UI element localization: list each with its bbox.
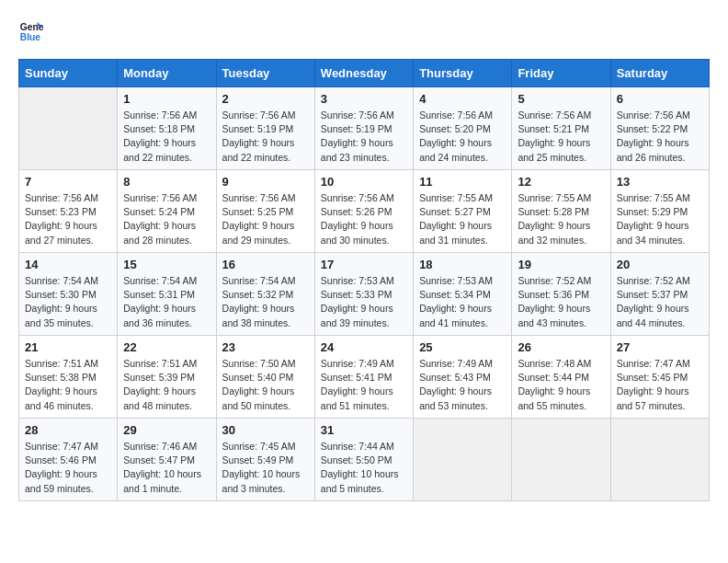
weekday-header-row: SundayMondayTuesdayWednesdayThursdayFrid…: [19, 60, 710, 87]
day-info: Sunrise: 7:52 AMSunset: 5:36 PMDaylight:…: [518, 274, 604, 330]
day-number: 31: [321, 423, 407, 437]
weekday-header-wednesday: Wednesday: [314, 60, 413, 87]
day-number: 21: [25, 340, 111, 354]
calendar-cell: 31Sunrise: 7:44 AMSunset: 5:50 PMDayligh…: [314, 419, 413, 501]
day-info: Sunrise: 7:45 AMSunset: 5:49 PMDaylight:…: [222, 440, 309, 496]
calendar-cell: 10Sunrise: 7:56 AMSunset: 5:26 PMDayligh…: [314, 170, 413, 253]
calendar-table: SundayMondayTuesdayWednesdayThursdayFrid…: [18, 59, 710, 501]
day-number: 28: [25, 423, 111, 437]
weekday-header-thursday: Thursday: [414, 60, 512, 87]
calendar-week-row: 21Sunrise: 7:51 AMSunset: 5:38 PMDayligh…: [19, 336, 710, 419]
calendar-header: SundayMondayTuesdayWednesdayThursdayFrid…: [19, 60, 710, 87]
page-header: General Blue: [18, 18, 710, 44]
day-number: 12: [518, 175, 604, 189]
calendar-cell: 8Sunrise: 7:56 AMSunset: 5:24 PMDaylight…: [118, 170, 216, 253]
calendar-cell: 24Sunrise: 7:49 AMSunset: 5:41 PMDayligh…: [314, 336, 413, 419]
calendar-cell: 21Sunrise: 7:51 AMSunset: 5:38 PMDayligh…: [19, 336, 118, 419]
day-info: Sunrise: 7:54 AMSunset: 5:31 PMDaylight:…: [123, 274, 210, 330]
calendar-body: 1Sunrise: 7:56 AMSunset: 5:18 PMDaylight…: [19, 87, 710, 501]
day-number: 15: [123, 258, 210, 271]
calendar-cell: 14Sunrise: 7:54 AMSunset: 5:30 PMDayligh…: [19, 253, 118, 336]
calendar-week-row: 28Sunrise: 7:47 AMSunset: 5:46 PMDayligh…: [19, 419, 710, 501]
day-number: 4: [419, 92, 506, 106]
day-info: Sunrise: 7:53 AMSunset: 5:33 PMDaylight:…: [321, 274, 407, 330]
day-info: Sunrise: 7:49 AMSunset: 5:43 PMDaylight:…: [419, 357, 506, 413]
weekday-header-monday: Monday: [118, 60, 216, 87]
day-info: Sunrise: 7:46 AMSunset: 5:47 PMDaylight:…: [123, 440, 210, 496]
calendar-cell: 27Sunrise: 7:47 AMSunset: 5:45 PMDayligh…: [610, 336, 709, 419]
calendar-cell: 7Sunrise: 7:56 AMSunset: 5:23 PMDaylight…: [19, 170, 118, 253]
day-info: Sunrise: 7:54 AMSunset: 5:32 PMDaylight:…: [222, 274, 309, 330]
calendar-cell: [512, 419, 610, 501]
calendar-cell: 28Sunrise: 7:47 AMSunset: 5:46 PMDayligh…: [19, 419, 118, 501]
day-info: Sunrise: 7:56 AMSunset: 5:18 PMDaylight:…: [123, 109, 210, 165]
day-info: Sunrise: 7:56 AMSunset: 5:23 PMDaylight:…: [25, 191, 111, 247]
day-info: Sunrise: 7:51 AMSunset: 5:39 PMDaylight:…: [123, 357, 210, 413]
day-number: 29: [123, 423, 210, 437]
calendar-week-row: 7Sunrise: 7:56 AMSunset: 5:23 PMDaylight…: [19, 170, 710, 253]
day-info: Sunrise: 7:47 AMSunset: 5:45 PMDaylight:…: [617, 357, 703, 413]
calendar-cell: 22Sunrise: 7:51 AMSunset: 5:39 PMDayligh…: [118, 336, 216, 419]
svg-text:Blue: Blue: [20, 32, 41, 42]
day-number: 3: [321, 92, 407, 106]
day-info: Sunrise: 7:56 AMSunset: 5:22 PMDaylight:…: [617, 109, 703, 165]
day-number: 19: [518, 258, 604, 271]
calendar-cell: 23Sunrise: 7:50 AMSunset: 5:40 PMDayligh…: [216, 336, 314, 419]
day-number: 10: [321, 175, 407, 189]
calendar-cell: [19, 87, 118, 170]
day-info: Sunrise: 7:55 AMSunset: 5:29 PMDaylight:…: [617, 191, 703, 247]
day-number: 22: [123, 340, 210, 354]
calendar-cell: 1Sunrise: 7:56 AMSunset: 5:18 PMDaylight…: [118, 87, 216, 170]
day-info: Sunrise: 7:56 AMSunset: 5:24 PMDaylight:…: [123, 191, 210, 247]
weekday-header-tuesday: Tuesday: [216, 60, 314, 87]
calendar-cell: 19Sunrise: 7:52 AMSunset: 5:36 PMDayligh…: [512, 253, 610, 336]
calendar-cell: 3Sunrise: 7:56 AMSunset: 5:19 PMDaylight…: [314, 87, 413, 170]
day-number: 18: [419, 258, 506, 271]
day-info: Sunrise: 7:55 AMSunset: 5:28 PMDaylight:…: [518, 191, 604, 247]
calendar-cell: 17Sunrise: 7:53 AMSunset: 5:33 PMDayligh…: [314, 253, 413, 336]
day-info: Sunrise: 7:49 AMSunset: 5:41 PMDaylight:…: [321, 357, 407, 413]
day-number: 14: [25, 258, 111, 271]
day-number: 25: [419, 340, 506, 354]
day-info: Sunrise: 7:56 AMSunset: 5:19 PMDaylight:…: [321, 109, 407, 165]
day-info: Sunrise: 7:44 AMSunset: 5:50 PMDaylight:…: [321, 440, 407, 496]
day-info: Sunrise: 7:50 AMSunset: 5:40 PMDaylight:…: [222, 357, 309, 413]
calendar-cell: 18Sunrise: 7:53 AMSunset: 5:34 PMDayligh…: [414, 253, 512, 336]
calendar-cell: 9Sunrise: 7:56 AMSunset: 5:25 PMDaylight…: [216, 170, 314, 253]
day-info: Sunrise: 7:54 AMSunset: 5:30 PMDaylight:…: [25, 274, 111, 330]
calendar-cell: 13Sunrise: 7:55 AMSunset: 5:29 PMDayligh…: [610, 170, 709, 253]
day-number: 20: [617, 258, 703, 271]
calendar-cell: 2Sunrise: 7:56 AMSunset: 5:19 PMDaylight…: [216, 87, 314, 170]
calendar-cell: 4Sunrise: 7:56 AMSunset: 5:20 PMDaylight…: [414, 87, 512, 170]
calendar-cell: 26Sunrise: 7:48 AMSunset: 5:44 PMDayligh…: [512, 336, 610, 419]
day-number: 1: [123, 92, 210, 106]
day-number: 11: [419, 175, 506, 189]
day-info: Sunrise: 7:51 AMSunset: 5:38 PMDaylight:…: [25, 357, 111, 413]
day-info: Sunrise: 7:47 AMSunset: 5:46 PMDaylight:…: [25, 440, 111, 496]
day-number: 13: [617, 175, 703, 189]
calendar-cell: 5Sunrise: 7:56 AMSunset: 5:21 PMDaylight…: [512, 87, 610, 170]
calendar-cell: 20Sunrise: 7:52 AMSunset: 5:37 PMDayligh…: [610, 253, 709, 336]
svg-text:General: General: [20, 22, 44, 32]
calendar-week-row: 1Sunrise: 7:56 AMSunset: 5:18 PMDaylight…: [19, 87, 710, 170]
day-info: Sunrise: 7:56 AMSunset: 5:20 PMDaylight:…: [419, 109, 506, 165]
calendar-cell: 11Sunrise: 7:55 AMSunset: 5:27 PMDayligh…: [414, 170, 512, 253]
day-info: Sunrise: 7:48 AMSunset: 5:44 PMDaylight:…: [518, 357, 604, 413]
day-number: 26: [518, 340, 604, 354]
logo-icon: General Blue: [18, 18, 44, 44]
day-number: 7: [25, 175, 111, 189]
calendar-week-row: 14Sunrise: 7:54 AMSunset: 5:30 PMDayligh…: [19, 253, 710, 336]
day-info: Sunrise: 7:56 AMSunset: 5:25 PMDaylight:…: [222, 191, 309, 247]
day-number: 24: [321, 340, 407, 354]
calendar-cell: 16Sunrise: 7:54 AMSunset: 5:32 PMDayligh…: [216, 253, 314, 336]
weekday-header-saturday: Saturday: [610, 60, 709, 87]
calendar-cell: 6Sunrise: 7:56 AMSunset: 5:22 PMDaylight…: [610, 87, 709, 170]
day-number: 27: [617, 340, 703, 354]
day-number: 2: [222, 92, 309, 106]
day-number: 5: [518, 92, 604, 106]
calendar-cell: 30Sunrise: 7:45 AMSunset: 5:49 PMDayligh…: [216, 419, 314, 501]
weekday-header-friday: Friday: [512, 60, 610, 87]
calendar-cell: 15Sunrise: 7:54 AMSunset: 5:31 PMDayligh…: [118, 253, 216, 336]
calendar-cell: 29Sunrise: 7:46 AMSunset: 5:47 PMDayligh…: [118, 419, 216, 501]
day-number: 6: [617, 92, 703, 106]
